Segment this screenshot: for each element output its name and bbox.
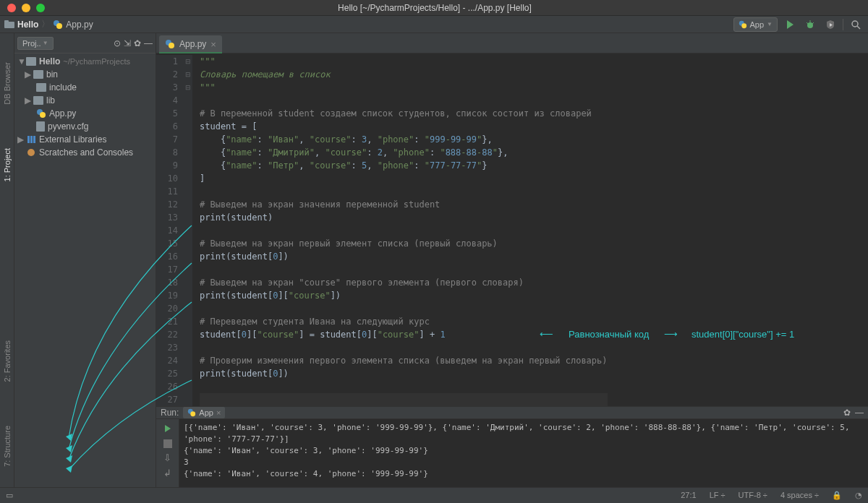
line-separator[interactable]: LF ÷: [710, 491, 726, 500]
tree-scratches[interactable]: ▶Scratches and Consoles: [14, 146, 156, 159]
structure-tool-button[interactable]: 7: Structure: [3, 426, 12, 467]
tree-external-libraries[interactable]: ▶External Libraries: [14, 133, 156, 146]
tree-folder-bin[interactable]: ▶bin: [14, 68, 156, 81]
scratches-icon: [26, 147, 36, 158]
run-coverage-button[interactable]: [822, 17, 838, 33]
breadcrumb-project: Hello: [17, 20, 38, 30]
settings-icon[interactable]: ✿: [134, 38, 141, 48]
svg-rect-15: [27, 136, 30, 143]
window-controls: [0, 4, 45, 12]
svg-point-11: [852, 21, 858, 27]
indent-settings[interactable]: 4 spaces ÷: [780, 491, 819, 500]
file-encoding[interactable]: UTF-8 ÷: [739, 491, 767, 500]
python-file-icon: [165, 39, 175, 49]
close-window-button[interactable]: [7, 4, 16, 12]
title-bar: Hello [~/PycharmProjects/Hello] - .../Ap…: [0, 0, 868, 16]
svg-rect-1: [4, 20, 9, 22]
debug-button[interactable]: [802, 17, 818, 33]
collapse-all-icon[interactable]: ⇲: [124, 38, 131, 48]
search-icon: [851, 20, 861, 30]
play-icon: [165, 425, 171, 432]
hide-run-panel-icon[interactable]: —: [855, 408, 864, 418]
readonly-toggle[interactable]: [832, 491, 842, 500]
close-run-tab-button[interactable]: ×: [216, 408, 221, 417]
close-tab-button[interactable]: ×: [210, 39, 216, 50]
svg-rect-17: [33, 136, 35, 143]
python-file-icon: [36, 108, 46, 119]
run-configuration-selector[interactable]: App ▼: [733, 17, 778, 32]
project-panel: Proj..▼ ⊙ ⇲ ✿ — ▼ Hello ~/PycharmProject…: [14, 33, 156, 487]
tree-file-app-py[interactable]: App.py: [14, 107, 156, 120]
line-number-gutter: 1234567891011121314151617181920212223242…: [156, 55, 184, 406]
stop-button[interactable]: [163, 439, 172, 448]
run-settings-icon[interactable]: ✿: [843, 408, 851, 418]
rerun-button[interactable]: [161, 422, 174, 435]
status-bar: ▭ 27:1 LF ÷ UTF-8 ÷ 4 spaces ÷ ◔: [0, 487, 868, 503]
editor-tab-label: App.py: [179, 39, 206, 49]
editor-tab-bar: App.py ×: [156, 33, 868, 53]
file-icon: [36, 121, 45, 132]
breadcrumb[interactable]: Hello 〉 App.py: [4, 18, 93, 30]
search-everywhere-button[interactable]: [848, 17, 864, 33]
project-folder-icon: [4, 20, 14, 30]
inspections-indicator[interactable]: ◔: [855, 491, 862, 500]
play-icon: [787, 20, 793, 29]
run-button[interactable]: [782, 17, 798, 33]
editor-area: App.py × 1234567891011121314151617181920…: [156, 33, 868, 406]
svg-point-6: [807, 22, 813, 28]
annotation-arrow-left: ⟵: [540, 329, 553, 340]
library-icon: [26, 134, 36, 145]
folder-icon: [33, 70, 43, 79]
tree-folder-include[interactable]: include: [14, 81, 156, 94]
tree-root[interactable]: ▼ Hello ~/PycharmProjects: [14, 55, 156, 68]
run-tool-label: Run:: [161, 408, 179, 418]
python-file-icon: [53, 20, 63, 30]
annotation-code: student[0]["course"] += 1: [692, 329, 794, 340]
left-tool-rail: DB Browser 1: Project 2: Favorites 7: St…: [0, 33, 14, 487]
fold-gutter: ⊟⊟⊟: [184, 55, 192, 406]
scroll-from-source-icon[interactable]: ⊙: [114, 38, 121, 48]
editor-tab-app-py[interactable]: App.py ×: [159, 35, 222, 53]
svg-line-8: [807, 22, 808, 24]
annotation-arrow-right: ⟶: [664, 329, 678, 340]
filter-button[interactable]: ⇩: [163, 452, 171, 463]
tree-file-pyvenv[interactable]: pyvenv.cfg: [14, 120, 156, 133]
svg-point-20: [169, 43, 174, 48]
project-tree[interactable]: ▼ Hello ~/PycharmProjects ▶bin include ▶…: [14, 53, 156, 160]
status-left[interactable]: ▭: [6, 491, 13, 500]
shield-play-icon: [825, 20, 835, 30]
navigation-bar: Hello 〉 App.py App ▼: [0, 16, 868, 33]
caret-position[interactable]: 27:1: [681, 491, 696, 500]
svg-line-12: [857, 26, 860, 29]
svg-rect-16: [30, 136, 33, 143]
hide-panel-icon[interactable]: —: [144, 38, 153, 48]
favorites-tool-button[interactable]: 2: Favorites: [3, 340, 12, 382]
soft-wrap-button[interactable]: ↲: [163, 468, 171, 478]
minimize-window-button[interactable]: [22, 4, 30, 12]
folder-icon: [33, 96, 43, 105]
window-title: Hello [~/PycharmProjects/Hello] - .../Ap…: [45, 3, 825, 13]
svg-rect-0: [4, 22, 14, 28]
code-editor[interactable]: 1234567891011121314151617181920212223242…: [156, 53, 868, 406]
db-browser-tool-button[interactable]: DB Browser: [3, 62, 12, 105]
project-tool-button[interactable]: 1: Project: [3, 148, 12, 181]
annotation-label: Равнозначный код: [569, 329, 649, 340]
svg-point-3: [56, 23, 62, 29]
svg-point-14: [40, 112, 46, 118]
run-tab-app[interactable]: App ×: [183, 407, 225, 418]
svg-line-9: [812, 22, 814, 24]
tree-folder-lib[interactable]: ▶lib: [14, 94, 156, 107]
folder-icon: [36, 83, 46, 92]
run-config-name: App: [750, 20, 765, 29]
python-file-icon: [187, 408, 196, 417]
bug-icon: [805, 20, 815, 30]
svg-point-5: [741, 23, 746, 28]
project-view-selector[interactable]: Proj..▼: [17, 37, 54, 50]
svg-point-22: [191, 411, 196, 416]
svg-point-18: [27, 149, 35, 156]
zoom-window-button[interactable]: [36, 4, 45, 12]
breadcrumb-file: App.py: [66, 20, 93, 30]
folder-icon: [26, 57, 36, 66]
